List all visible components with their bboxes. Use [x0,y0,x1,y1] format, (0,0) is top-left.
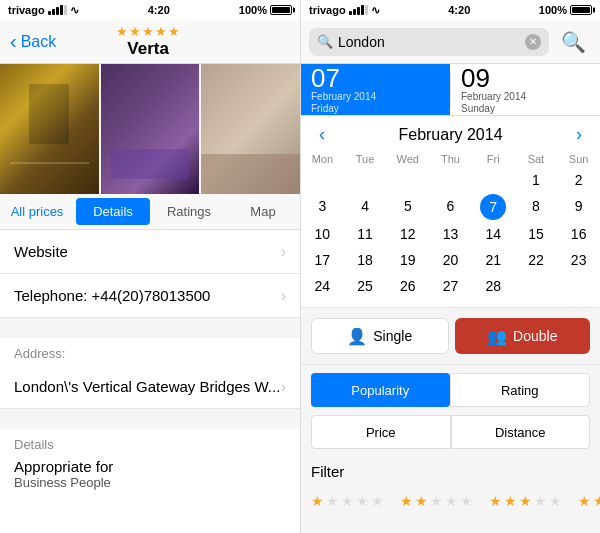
battery-section-left: 100% [239,4,292,16]
filter-section: Filter [301,457,600,485]
nav-bar-left: ‹ Back ★★★★★ Verta [0,20,300,64]
wifi-icon-right: ∿ [371,4,380,17]
cal-cell-7[interactable]: 7 [480,194,506,220]
battery-label-right: 100% [539,4,567,16]
cal-cell-20[interactable]: 20 [429,247,472,273]
cal-header-sun: Sun [557,149,600,167]
battery-fill-left [272,7,290,13]
cal-cell-5[interactable]: 5 [386,193,429,221]
tab-details[interactable]: Details [76,198,150,225]
hotel-stars: ★★★★★ [116,24,181,39]
cal-cell-25[interactable]: 25 [344,273,387,299]
cal-cell-empty-5 [472,167,515,193]
calendar-nav: ‹ February 2014 › [301,120,600,149]
cal-cell-4[interactable]: 4 [344,193,387,221]
double-room-button[interactable]: 👥 Double [455,318,591,354]
calendar-prev-button[interactable]: ‹ [313,124,331,145]
cal-cell-18[interactable]: 18 [344,247,387,273]
search-clear-button[interactable]: ✕ [525,34,541,50]
room-type-section: 👤 Single 👥 Double [301,308,600,365]
cal-cell-26[interactable]: 26 [386,273,429,299]
right-panel: trivago ∿ 4:20 100% 🔍 London ✕ 🔍 [300,0,600,533]
tab-map[interactable]: Map [226,194,300,229]
star-3-filled-1: ★ [489,493,502,509]
search-box[interactable]: 🔍 London ✕ [309,28,549,56]
filter-1star[interactable]: ★ ★ ★ ★ ★ [311,493,384,509]
battery-icon-right [570,5,592,15]
cal-cell-16[interactable]: 16 [557,221,600,247]
cal-cell-28[interactable]: 28 [472,273,515,299]
cal-header-sat: Sat [515,149,558,167]
cal-cell-21[interactable]: 21 [472,247,515,273]
calendar-month-title: February 2014 [398,126,502,144]
search-bar: 🔍 London ✕ 🔍 [301,20,600,64]
search-submit-button[interactable]: 🔍 [555,26,592,58]
single-room-label: Single [373,328,412,344]
calendar-next-button[interactable]: › [570,124,588,145]
tab-all-prices[interactable]: All prices [0,194,74,229]
sort-distance-button[interactable]: Distance [451,415,591,449]
cal-cell-10[interactable]: 10 [301,221,344,247]
cal-cell-8[interactable]: 8 [515,193,558,221]
details-content: Website › Telephone: +44(20)78013500 › A… [0,230,300,533]
sort-rating-button[interactable]: Rating [450,373,591,407]
cal-cell-15[interactable]: 15 [515,221,558,247]
sort-popularity-button[interactable]: Popularity [311,373,450,407]
cal-cell-14[interactable]: 14 [472,221,515,247]
checkin-dow: Friday [311,103,440,115]
single-room-button[interactable]: 👤 Single [311,318,449,354]
address-item[interactable]: London\'s Vertical Gateway Bridges W... … [0,365,300,409]
time-left: 4:20 [148,4,170,16]
cal-header-mon: Mon [301,149,344,167]
filter-4stars[interactable]: ★ ★ ★ ★ ★ [578,493,600,509]
cal-cell-27[interactable]: 27 [429,273,472,299]
cal-cell-6[interactable]: 6 [429,193,472,221]
tab-map-label: Map [250,204,275,219]
star-4-2: ★ [593,493,600,509]
cal-cell-2[interactable]: 2 [557,167,600,193]
star-3-filled-2: ★ [504,493,517,509]
signal-bar-2 [52,9,55,15]
cal-cell-24[interactable]: 24 [301,273,344,299]
calendar-headers: Mon Tue Wed Thu Fri Sat Sun [301,149,600,167]
signal-bar-1 [48,11,51,15]
cal-cell-22[interactable]: 22 [515,247,558,273]
tab-ratings[interactable]: Ratings [152,194,226,229]
star-2-empty-1: ★ [430,493,443,509]
checkout-date-box[interactable]: 09 February 2014 Sunday [451,64,600,115]
tab-details-label: Details [93,204,133,219]
cal-cell-9[interactable]: 9 [557,193,600,221]
picture-frame [29,84,69,144]
star-2-filled-1: ★ [400,493,413,509]
signal-bar-4 [60,5,63,15]
cal-cell-19[interactable]: 19 [386,247,429,273]
cal-cell-23[interactable]: 23 [557,247,600,273]
address-section-label: Address: [0,338,300,365]
back-chevron-icon: ‹ [10,30,17,53]
back-button[interactable]: ‹ Back [10,31,56,53]
cal-cell-12[interactable]: 12 [386,221,429,247]
section-gap-1 [0,318,300,338]
filter-label: Filter [311,463,344,480]
cal-cell-3[interactable]: 3 [301,193,344,221]
sort-price-button[interactable]: Price [311,415,451,449]
star-4-1: ★ [578,493,591,509]
cal-cell-13[interactable]: 13 [429,221,472,247]
signal-bar-r2 [353,9,356,15]
filter-3stars[interactable]: ★ ★ ★ ★ ★ [489,493,562,509]
website-item[interactable]: Website › [0,230,300,274]
filter-2stars[interactable]: ★ ★ ★ ★ ★ [400,493,473,509]
sort-distance-label: Distance [495,425,546,440]
cal-cell-empty-7 [557,273,600,299]
telephone-item[interactable]: Telephone: +44(20)78013500 › [0,274,300,318]
detail-title: Appropriate for [14,458,286,475]
double-room-label: Double [513,328,557,344]
checkin-date-box[interactable]: 07 February 2014 Friday [301,64,450,115]
cal-cell-1[interactable]: 1 [515,167,558,193]
cal-cell-17[interactable]: 17 [301,247,344,273]
cal-cell-11[interactable]: 11 [344,221,387,247]
calendar-grid: 1 2 3 4 5 6 7 8 9 10 11 12 13 14 15 16 1… [301,167,600,299]
tab-bar: All prices Details Ratings Map [0,194,300,230]
star-3-empty-1: ★ [534,493,547,509]
tab-all-prices-label: All prices [11,204,64,219]
